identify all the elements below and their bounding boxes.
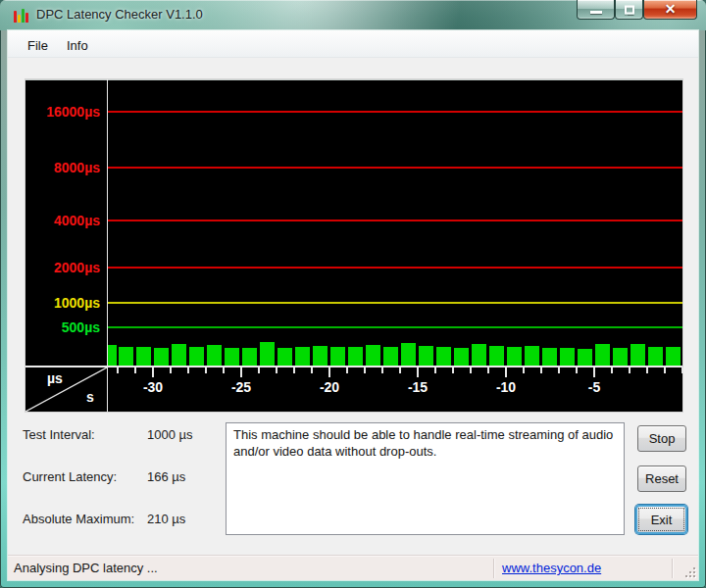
x-tick-label: -10: [496, 379, 516, 395]
maximize-button[interactable]: [615, 0, 643, 20]
x-tick-minor: [258, 368, 260, 373]
x-tick-label: -30: [143, 379, 163, 395]
threshold-label-16000: 16000µs: [25, 104, 100, 120]
menu-info[interactable]: Info: [61, 36, 94, 55]
minimize-icon: [590, 11, 602, 14]
latency-bar: [154, 348, 169, 366]
latency-bar: [119, 347, 133, 366]
analysis-message-box: This machine should be able to handle re…: [226, 422, 625, 535]
chart-plot-area: µs s 16000µs8000µs4000µs2000µs1000µs500µ…: [25, 79, 682, 412]
thesycon-link[interactable]: www.thesycon.de: [502, 561, 601, 575]
latency-bar: [472, 344, 486, 366]
close-icon: ✕: [644, 1, 696, 17]
latency-bar: [225, 348, 239, 366]
x-tick-major: [152, 368, 154, 377]
resize-grip[interactable]: [681, 564, 695, 577]
x-tick-minor: [646, 368, 648, 373]
latency-bar: [260, 342, 275, 366]
latency-bar: [525, 346, 539, 366]
x-tick-minor: [399, 368, 401, 373]
latency-bar: [613, 348, 628, 366]
latency-bar: [330, 347, 345, 366]
latency-bar: [348, 347, 363, 366]
x-tick-minor: [576, 368, 578, 373]
latency-bar: [666, 347, 681, 366]
app-window: DPC Latency Checker V1.1.0 ✕ File Info µ…: [0, 0, 706, 588]
stat-test-interval: Test Interval: 1000 µs: [23, 427, 219, 443]
x-tick-minor: [523, 368, 525, 373]
axis-unit-corner: µs s: [25, 368, 107, 412]
latency-bar: [313, 346, 328, 366]
latency-bar: [108, 345, 117, 366]
threshold-label-500: 500µs: [25, 319, 100, 335]
latency-bar: [419, 346, 433, 366]
stat-value: 210 µs: [147, 512, 185, 526]
x-tick-major: [417, 368, 419, 377]
x-tick-minor: [487, 368, 489, 373]
x-tick-major: [593, 368, 595, 377]
x-tick-minor: [311, 368, 313, 373]
threshold-label-4000: 4000µs: [25, 213, 100, 228]
x-unit-label: s: [86, 389, 94, 405]
x-tick-minor: [664, 368, 666, 373]
latency-chart: µs s 16000µs8000µs4000µs2000µs1000µs500µ…: [25, 78, 683, 413]
latency-bar: [401, 343, 416, 366]
close-button[interactable]: ✕: [643, 0, 697, 20]
x-tick-label: -25: [231, 379, 251, 395]
latency-bar: [560, 348, 575, 366]
x-tick-minor: [452, 368, 454, 373]
maximize-icon: [625, 5, 634, 14]
x-tick-minor: [470, 368, 472, 373]
exit-button[interactable]: Exit: [635, 505, 687, 534]
x-tick-minor: [558, 368, 560, 373]
latency-bars: [108, 79, 682, 366]
stat-value: 1000 µs: [147, 427, 193, 442]
stat-current-latency: Current Latency: 166 µs: [23, 469, 219, 485]
latency-bar: [136, 347, 151, 366]
latency-bar: [242, 348, 257, 366]
stop-button[interactable]: Stop: [637, 425, 686, 452]
x-axis-line: [25, 366, 682, 368]
status-bar: Analysing DPC latency ... www.thesycon.d…: [8, 555, 698, 580]
x-tick-minor: [293, 368, 295, 373]
latency-bar: [366, 345, 380, 366]
status-separator: [493, 559, 494, 578]
x-tick-minor: [540, 368, 542, 373]
stat-label: Current Latency:: [23, 469, 117, 484]
x-tick-minor: [434, 368, 436, 373]
threshold-label-1000: 1000µs: [25, 295, 100, 311]
x-tick-minor: [187, 368, 189, 373]
latency-bar: [383, 347, 398, 366]
reset-button[interactable]: Reset: [637, 466, 686, 492]
x-tick-major: [328, 368, 330, 377]
x-tick-label: -15: [408, 379, 428, 395]
latency-bar: [507, 347, 522, 366]
threshold-label-2000: 2000µs: [25, 260, 100, 275]
latency-bar: [489, 346, 504, 366]
status-text: Analysing DPC latency ...: [14, 561, 158, 575]
axis-diagonal-line: [25, 368, 107, 412]
x-tick-minor: [681, 368, 683, 373]
minimize-button[interactable]: [577, 0, 615, 20]
stat-label: Test Interval:: [23, 427, 95, 442]
x-tick-label: -5: [588, 379, 600, 395]
window-title: DPC Latency Checker V1.1.0: [36, 7, 203, 22]
menu-file[interactable]: File: [22, 36, 54, 55]
latency-bar: [436, 347, 451, 366]
latency-bar: [454, 348, 469, 366]
x-tick-minor: [629, 368, 630, 373]
latency-bar: [595, 344, 610, 366]
x-tick-minor: [170, 368, 172, 373]
x-tick-minor: [611, 368, 613, 373]
latency-bar: [277, 348, 292, 366]
stat-value: 166 µs: [147, 469, 185, 484]
title-bar[interactable]: DPC Latency Checker V1.1.0 ✕: [0, 0, 706, 30]
x-tick-minor: [205, 368, 207, 373]
x-tick-minor: [117, 368, 119, 373]
x-tick-minor: [223, 368, 225, 373]
status-separator: [672, 559, 673, 578]
stat-absolute-maximum: Absolute Maximum: 210 µs: [23, 512, 219, 527]
y-unit-label: µs: [47, 370, 63, 386]
x-tick-major: [240, 368, 242, 377]
x-tick-minor: [364, 368, 366, 373]
